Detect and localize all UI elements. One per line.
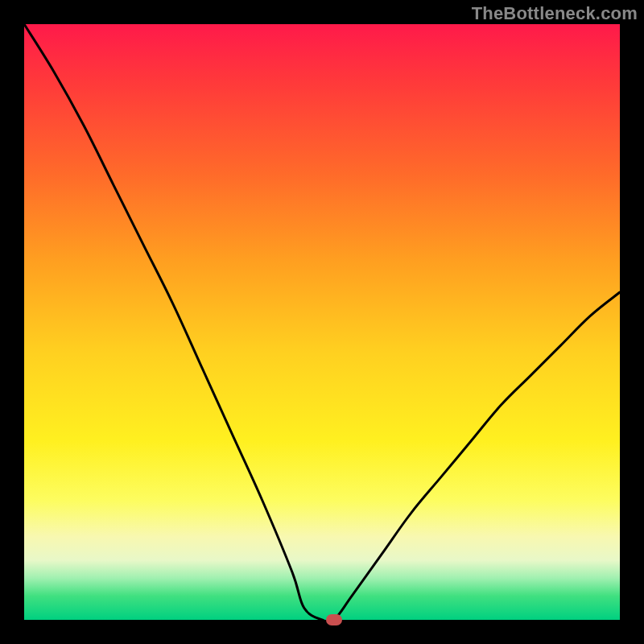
plot-area bbox=[24, 24, 620, 620]
chart-container: TheBottleneck.com bbox=[0, 0, 644, 644]
attribution-text: TheBottleneck.com bbox=[472, 3, 638, 24]
bottleneck-curve bbox=[24, 24, 620, 620]
optimum-marker bbox=[326, 614, 342, 625]
